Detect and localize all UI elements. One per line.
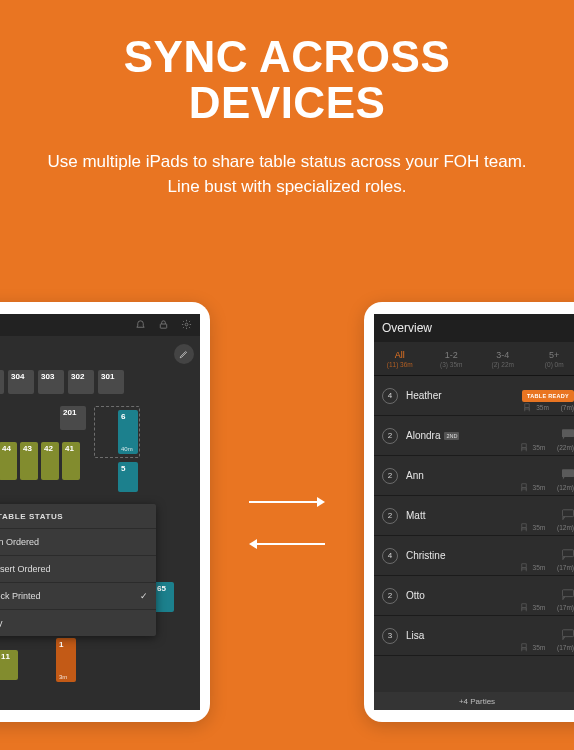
table-tile[interactable]: 5 bbox=[118, 462, 138, 492]
party-name: Christine bbox=[406, 550, 554, 561]
chat-icon bbox=[562, 589, 574, 602]
list-item[interactable]: 2 Matt 35m (12m) bbox=[374, 496, 574, 536]
headline-l2: DEVICES bbox=[189, 78, 386, 127]
bell-icon[interactable] bbox=[135, 319, 146, 332]
table-tile[interactable]: 13m bbox=[56, 638, 76, 682]
overview-title: Overview bbox=[382, 321, 432, 335]
popup-title: TABLE STATUS bbox=[0, 512, 63, 521]
chair-icon bbox=[520, 563, 528, 572]
list-item[interactable]: 4 Christine 35m (17m) bbox=[374, 536, 574, 576]
party-name: Heather bbox=[406, 390, 514, 401]
edit-button[interactable] bbox=[174, 344, 194, 364]
ipad-left: 305 304 303 302 301 201 640m 45 44 43 42… bbox=[0, 302, 210, 722]
list-item[interactable]: 4 Heather TABLE READY 35m (7m) bbox=[374, 376, 574, 416]
right-header: Overview bbox=[374, 314, 574, 342]
pencil-icon bbox=[179, 349, 189, 359]
party-count: 4 bbox=[382, 548, 398, 564]
gear-icon[interactable] bbox=[181, 319, 192, 332]
table-status-popup: TABLE STATUS Main Ordered Dessert Ordere… bbox=[0, 504, 156, 636]
chair-icon bbox=[520, 603, 528, 612]
check-icon: ✓ bbox=[140, 591, 148, 601]
tab-all[interactable]: All(11) 36m bbox=[374, 342, 426, 375]
chat-icon bbox=[562, 509, 574, 522]
party-count: 2 bbox=[382, 468, 398, 484]
party-count: 2 bbox=[382, 428, 398, 444]
tab-5plus[interactable]: 5+(0) 0m bbox=[529, 342, 575, 375]
table-tile[interactable]: 302 bbox=[68, 370, 94, 394]
table-tile[interactable]: 65 bbox=[154, 582, 174, 612]
chair-icon bbox=[523, 403, 531, 412]
party-name: Alondra2ND bbox=[406, 430, 554, 441]
filter-tabs: All(11) 36m 1-2(3) 35m 3-4(2) 22m 5+(0) … bbox=[374, 342, 574, 376]
chair-icon bbox=[520, 483, 528, 492]
left-topbar bbox=[0, 314, 200, 336]
svg-rect-3 bbox=[160, 324, 166, 328]
table-tile[interactable]: 11 bbox=[0, 650, 18, 680]
headline-l1: SYNC ACROSS bbox=[124, 32, 451, 81]
party-count: 2 bbox=[382, 508, 398, 524]
svg-rect-6 bbox=[562, 469, 574, 477]
waitlist: 4 Heather TABLE READY 35m (7m) 2 Alondra… bbox=[374, 376, 574, 692]
lock-icon[interactable] bbox=[158, 319, 169, 332]
tab-1-2[interactable]: 1-2(3) 35m bbox=[426, 342, 478, 375]
chair-icon bbox=[520, 443, 528, 452]
party-name: Otto bbox=[406, 590, 554, 601]
list-item[interactable]: 2 Otto 35m (17m) bbox=[374, 576, 574, 616]
party-count: 2 bbox=[382, 588, 398, 604]
party-name: Ann bbox=[406, 470, 554, 481]
table-tile[interactable]: 43 bbox=[20, 442, 38, 480]
list-item[interactable]: 3 Lisa 35m (17m) bbox=[374, 616, 574, 656]
svg-rect-9 bbox=[562, 590, 573, 597]
arrow-right-icon bbox=[247, 495, 327, 509]
badge-table-ready: TABLE READY bbox=[522, 390, 574, 402]
chat-icon bbox=[562, 549, 574, 562]
popup-option[interactable]: Dirty bbox=[0, 610, 156, 636]
more-parties-button[interactable]: +4 Parties bbox=[374, 692, 574, 710]
svg-rect-5 bbox=[562, 429, 574, 437]
table-tile[interactable]: 640m bbox=[118, 410, 138, 454]
chat-icon bbox=[562, 429, 574, 442]
arrow-left-icon bbox=[247, 537, 327, 551]
table-tile[interactable]: 41 bbox=[62, 442, 80, 480]
popup-option[interactable]: Dessert Ordered bbox=[0, 556, 156, 583]
chat-icon bbox=[562, 469, 574, 482]
party-name: Lisa bbox=[406, 630, 554, 641]
party-count: 3 bbox=[382, 628, 398, 644]
chat-icon bbox=[562, 629, 574, 642]
headline: SYNC ACROSS DEVICES bbox=[0, 0, 574, 126]
ipad-right: Overview All(11) 36m 1-2(3) 35m 3-4(2) 2… bbox=[364, 302, 574, 722]
svg-rect-7 bbox=[562, 510, 573, 517]
chair-icon bbox=[520, 523, 528, 532]
svg-rect-8 bbox=[562, 550, 573, 557]
list-item[interactable]: 2 Alondra2ND 35m (22m) bbox=[374, 416, 574, 456]
table-tile[interactable]: 305 bbox=[0, 370, 4, 394]
left-screen: 305 304 303 302 301 201 640m 45 44 43 42… bbox=[0, 314, 200, 710]
table-tile[interactable]: 42 bbox=[41, 442, 59, 480]
right-screen: Overview All(11) 36m 1-2(3) 35m 3-4(2) 2… bbox=[374, 314, 574, 710]
table-tile[interactable]: 44 bbox=[0, 442, 17, 480]
table-tile[interactable]: 304 bbox=[8, 370, 34, 394]
popup-header[interactable]: TABLE STATUS bbox=[0, 504, 156, 529]
party-name: Matt bbox=[406, 510, 554, 521]
table-tile[interactable]: 303 bbox=[38, 370, 64, 394]
tab-3-4[interactable]: 3-4(2) 22m bbox=[477, 342, 529, 375]
chair-icon bbox=[520, 643, 528, 652]
svg-point-4 bbox=[185, 323, 188, 326]
table-tile[interactable]: 301 bbox=[98, 370, 124, 394]
party-count: 4 bbox=[382, 388, 398, 404]
subhead: Use multiple iPads to share table status… bbox=[0, 126, 574, 199]
sync-arrows bbox=[247, 495, 327, 551]
svg-rect-10 bbox=[562, 630, 573, 637]
popup-option[interactable]: Main Ordered bbox=[0, 529, 156, 556]
table-tile[interactable]: 201 bbox=[60, 406, 86, 430]
list-item[interactable]: 2 Ann 35m (12m) bbox=[374, 456, 574, 496]
popup-option[interactable]: Check Printed✓ bbox=[0, 583, 156, 610]
tag-2nd: 2ND bbox=[444, 432, 459, 440]
